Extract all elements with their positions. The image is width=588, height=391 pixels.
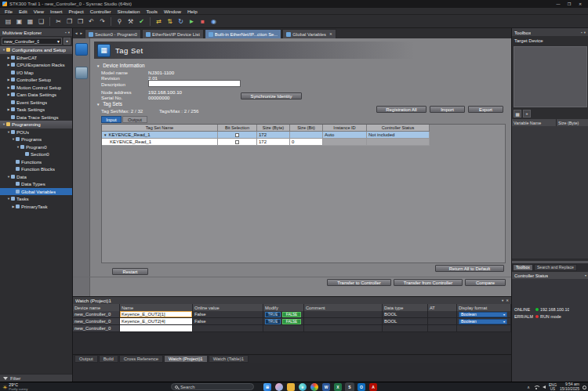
save-icon[interactable]: ▦ [25,16,35,27]
tab-output[interactable]: Output [74,355,98,363]
column-tag-set-name[interactable]: Tag Set Name [102,125,218,132]
menu-project[interactable]: Project [65,9,86,14]
input-tab[interactable]: Input [101,116,122,123]
cut-icon[interactable]: ✂ [53,16,64,27]
excel-icon[interactable]: X [334,383,342,391]
sidebar-item-motion-control-setup[interactable]: ▶ Motion Control Setup [0,84,72,92]
description-field[interactable] [148,80,241,87]
device-selector[interactable]: new_Controller_0 ▾ [2,38,62,45]
column-at[interactable]: AT [428,304,457,311]
menu-controller[interactable]: Controller [87,9,114,14]
stop-icon[interactable]: ■ [198,16,208,27]
tab-built-in-ethernet-ip-connection-settings[interactable]: Built-in EtherNet/IP...ction Se... [205,29,281,38]
go-offline-icon[interactable]: ⇅ [165,16,175,27]
synchronize-identity-button[interactable]: Synchronize Identity [241,92,302,100]
sidebar-item-ethercat[interactable]: ▶ EtherCAT [0,54,72,62]
menu-insert[interactable]: Insert [47,9,65,14]
sidebar-item-event-settings[interactable]: Event Settings [0,99,72,107]
minimize-button[interactable]: — [553,0,564,8]
comment-cell[interactable] [304,318,383,325]
tab-global-variables[interactable]: Global Variables ✕ [282,29,336,38]
registration-all-button[interactable]: Registration All [376,106,426,113]
copilot-icon[interactable] [275,383,283,391]
open-project-icon[interactable]: ▣ [14,16,24,27]
comment-cell[interactable] [304,311,383,318]
sidebar-item-data-trace-settings[interactable]: Data Trace Settings [0,114,72,121]
bit-selection-checkbox[interactable] [235,133,239,137]
comment-cell[interactable] [304,325,383,332]
tab-toolbox[interactable]: Toolbox [513,264,533,271]
compare-button[interactable]: Compare [465,279,506,286]
add-variable-icon[interactable]: + [523,110,531,118]
language-indicator[interactable]: ENG US [549,383,557,391]
transfer-from-controller-button[interactable]: Transfer from Controller [394,279,463,286]
sidebar-item-data-types[interactable]: Data Types [0,180,72,188]
sidebar-item-task-settings[interactable]: ▶ Task Settings [0,106,72,114]
chrome-browser-icon[interactable] [310,383,318,391]
toolbox-variable-list[interactable] [512,126,588,259]
sidebar-item-section0[interactable]: Section0 [0,150,72,158]
variable-name-cell[interactable]: Keyence_E_OUT2[4] [120,318,193,325]
column-size-byte[interactable]: Size (Byte) [257,125,290,132]
sidebar-item-function-blocks[interactable]: Function Blocks [0,165,72,173]
size-bit-cell[interactable]: 0 [290,139,323,146]
clock[interactable]: 9:54 am 15/10/2025 [560,382,579,391]
column-controller-status[interactable]: Controller Status [367,125,430,132]
watch-row[interactable]: new_Controller_0 [73,325,511,332]
return-all-to-default-button[interactable]: Return All to Default [435,265,504,272]
import-button[interactable]: Import [430,106,465,113]
toolbox-header[interactable]: Toolbox ▪ ▾ [512,28,588,36]
column-comment[interactable]: Comment [304,304,383,311]
sidebar-item-global-variables[interactable]: Global Variables [0,188,72,196]
sysmac-studio-taskbar-icon[interactable]: S [346,383,354,391]
close-button[interactable]: ✕ [575,0,586,8]
tab-watch-project1[interactable]: Watch (Project)1 [164,355,208,363]
table-row[interactable]: KEYENCE_Read_1 172 0 [102,139,505,146]
bit-selection-cell[interactable] [218,132,257,139]
word-icon[interactable]: W [322,383,330,391]
start-button[interactable]: ⊞ [263,383,271,391]
synchronize-icon[interactable]: ↻ [176,16,186,27]
tab-scroll-right-icon[interactable]: ► [79,31,82,35]
sidebar-item-cam-data-settings[interactable]: ▶ Cam Data Settings [0,91,72,99]
export-button[interactable]: Export [468,106,503,113]
tab-build[interactable]: Build [99,355,118,363]
sidebar-item-io-map[interactable]: I/O Map [0,69,72,77]
set-true-button[interactable]: TRUE [265,312,281,317]
maximize-button[interactable]: ❐ [564,0,575,8]
pin-icon[interactable]: ▪ [65,31,67,34]
column-online-value[interactable]: Online value [193,304,263,311]
display-format-dropdown[interactable]: Boolean▾ [459,319,507,324]
tray-expand-icon[interactable]: ∧ [527,385,530,389]
menu-window[interactable]: Window [161,9,184,14]
sidebar-item-data[interactable]: ▼ Data [0,173,72,181]
bit-selection-checkbox[interactable] [235,140,239,144]
monitor-icon[interactable]: ◉ [209,16,219,27]
new-project-icon[interactable]: ▤ [3,16,13,27]
set-true-button[interactable]: TRUE [265,319,281,324]
panel-menu-arrow-icon[interactable]: ▾ [502,299,503,302]
size-byte-cell[interactable]: 172 [257,139,290,146]
device-information-header[interactable]: ▼ Device Information [96,63,145,68]
display-format-dropdown[interactable]: Boolean▾ [459,312,507,317]
close-panel-icon[interactable]: ✕ [506,299,509,302]
built-in-ethernet-ip-icon[interactable] [75,43,88,56]
tab-section0-program0[interactable]: Section0 - Program0 [85,29,141,38]
tab-scroll-left-icon[interactable]: ◄ [74,31,78,35]
search-icon[interactable]: ⚲ [114,16,125,27]
set-false-button[interactable]: FALSE [282,319,301,324]
volume-icon[interactable] [543,386,546,389]
check-program-icon[interactable]: ✔ [136,16,147,27]
sidebar-item-controller-setup[interactable]: ▶ Controller Setup [0,76,72,84]
column-instance-id[interactable]: Instance ID [323,125,367,132]
weather-widget[interactable]: ☀ 29°C Partly sunny [2,383,27,391]
controller-status-header[interactable]: Controller Status ▾ [512,272,588,279]
output-tab[interactable]: Output [122,116,147,123]
sidebar-item-programs[interactable]: ▼ Programs [0,136,72,143]
file-explorer-icon[interactable] [287,383,295,391]
tab-ethernet-ip-device-list[interactable]: EtherNet/IP Device List [142,29,204,38]
size-byte-cell[interactable]: 172 [257,132,290,139]
column-variable-name[interactable]: Variable Name [512,119,557,126]
bit-selection-cell[interactable] [218,139,257,146]
menu-file[interactable]: File [2,9,16,14]
